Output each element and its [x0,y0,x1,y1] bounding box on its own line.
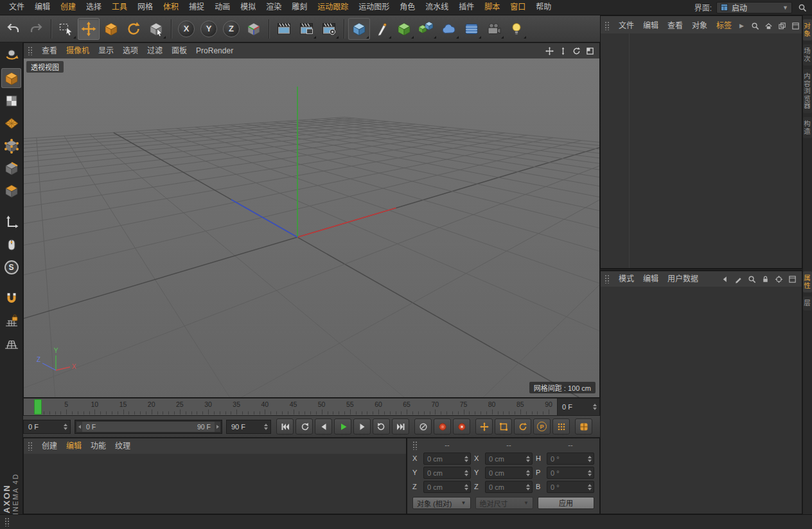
rotation-h-field[interactable]: 0 ° [547,453,594,465]
previous-frame-button[interactable] [315,418,332,435]
spinner-arrows-icon[interactable] [588,470,592,476]
range-end-handle[interactable] [215,422,220,432]
material-menu-1[interactable]: 编辑 [62,439,86,454]
menu-3[interactable]: 选择 [81,0,107,15]
redo-button[interactable] [25,18,47,40]
search-icon[interactable] [797,2,808,13]
live-selection-button[interactable] [55,18,77,40]
spinner-arrows-icon[interactable] [588,484,592,490]
polygons-mode-button[interactable] [1,181,21,201]
menu-19[interactable]: 帮助 [531,0,556,15]
dock-tab-1[interactable]: 层 [803,296,812,310]
ruler-track[interactable]: 051015202530354045505560657075808590 [24,399,557,415]
record-scale-button[interactable] [495,418,512,435]
render-picture-viewer-button[interactable] [296,18,317,40]
spinner-arrows-icon[interactable] [64,424,67,430]
size-mode-dropdown[interactable]: 绝对尺寸▼ [475,497,534,509]
om-menu-4[interactable]: 标签 [712,19,736,33]
go-to-end-button[interactable] [392,418,409,435]
spinner-arrows-icon[interactable] [593,404,597,410]
menu-17[interactable]: 脚本 [479,0,505,15]
add-cube-button[interactable] [348,18,370,40]
add-volume-button[interactable] [438,18,460,40]
menu-6[interactable]: 体积 [158,0,184,15]
apply-button[interactable]: 应用 [538,497,594,509]
am-search-icon[interactable] [746,274,757,285]
end-frame-field[interactable]: 90 F [226,420,271,434]
points-mode-button[interactable] [1,136,21,156]
record-active-objects-button[interactable] [414,418,432,435]
preview-range-slider[interactable]: 0 F 90 F [75,420,222,434]
panel-grip-icon[interactable] [412,441,418,450]
am-lock-icon[interactable] [760,274,771,285]
om-menu-1[interactable]: 编辑 [639,19,663,33]
menu-12[interactable]: 运动跟踪 [312,0,353,15]
start-frame-field[interactable]: 0 F [23,420,71,434]
render-view-button[interactable] [273,18,295,40]
rotate-tool-button[interactable] [123,18,145,40]
viewport-menu-5[interactable]: 面板 [167,44,191,58]
material-menu-3[interactable]: 纹理 [110,439,135,454]
spinner-arrows-icon[interactable] [464,456,468,462]
menu-overflow-icon[interactable]: ▶ [736,22,747,29]
spinner-arrows-icon[interactable] [464,484,468,490]
dock-tab-0[interactable]: 属性 [803,271,812,292]
size-x-field[interactable]: 0 cm [485,453,533,465]
add-camera-button[interactable] [483,18,505,40]
lock-x-axis-button[interactable]: X [175,18,197,40]
position-x-field[interactable]: 0 cm [423,453,471,465]
spinner-arrows-icon[interactable] [264,424,268,430]
menu-7[interactable]: 捕捉 [184,0,209,15]
om-menu-2[interactable]: 查看 [663,19,687,33]
keying-settings-button[interactable] [575,418,592,435]
dock-tab-0[interactable]: 对象 [803,19,812,40]
coordinate-mode-dropdown[interactable]: 对象 (相对)▼ [412,497,471,509]
coordinate-system-button[interactable] [243,18,265,40]
workplane-mode-button[interactable] [1,113,21,133]
am-menu-0[interactable]: 模式 [614,272,639,287]
last-tool-button[interactable] [145,18,167,40]
autokeying-button[interactable] [434,418,451,435]
size-y-field[interactable]: 0 cm [485,467,533,479]
record-parameter-button[interactable]: P [533,418,551,435]
move-tool-button[interactable] [78,18,100,40]
layout-dropdown[interactable]: 启动 ▼ [716,2,792,13]
menu-8[interactable]: 动画 [209,0,235,15]
current-frame-marker[interactable] [34,399,42,415]
record-rotation-button[interactable] [514,418,531,435]
enable-axis-button[interactable] [1,212,21,232]
viewport-menu-1[interactable]: 摄像机 [62,44,94,58]
planar-workplane-button[interactable] [1,334,21,354]
om-home-icon[interactable] [763,21,774,31]
enable-snap-button[interactable]: S [1,257,21,277]
viewport-menu-6[interactable]: ProRender [191,44,238,58]
render-settings-button[interactable] [318,18,340,40]
object-tree-area[interactable] [601,33,802,268]
viewport-canvas[interactable]: 透视视图 Y X Z 网格间距 : 100 cm [24,58,599,397]
lock-y-axis-button[interactable]: Y [198,18,220,40]
spinner-arrows-icon[interactable] [526,484,530,490]
viewport-toggle-button[interactable] [584,45,596,57]
range-start-handle[interactable] [76,422,82,432]
add-modeling-object-button[interactable] [416,18,437,40]
next-key-button[interactable] [373,418,390,435]
lock-workplane-button[interactable] [1,311,21,331]
scale-tool-button[interactable] [100,18,122,40]
play-forward-button[interactable] [334,418,351,435]
menu-10[interactable]: 渲染 [261,0,287,15]
panel-grip-icon[interactable] [28,442,33,451]
record-point-level-button[interactable] [552,418,570,435]
size-z-field[interactable]: 0 cm [485,481,533,493]
edges-mode-button[interactable] [1,158,21,178]
material-list-area[interactable] [24,454,406,514]
menu-14[interactable]: 角色 [394,0,420,15]
menu-15[interactable]: 流水线 [420,0,454,15]
position-z-field[interactable]: 0 cm [423,481,471,493]
lock-z-axis-button[interactable]: Z [220,18,242,40]
dock-tab-3[interactable]: 构造 [803,117,812,138]
add-generator-button[interactable] [393,18,415,40]
add-spline-button[interactable] [371,18,393,40]
menu-13[interactable]: 运动图形 [353,0,394,15]
viewport-solo-button[interactable] [1,235,21,255]
panel-grip-icon[interactable] [605,274,610,283]
